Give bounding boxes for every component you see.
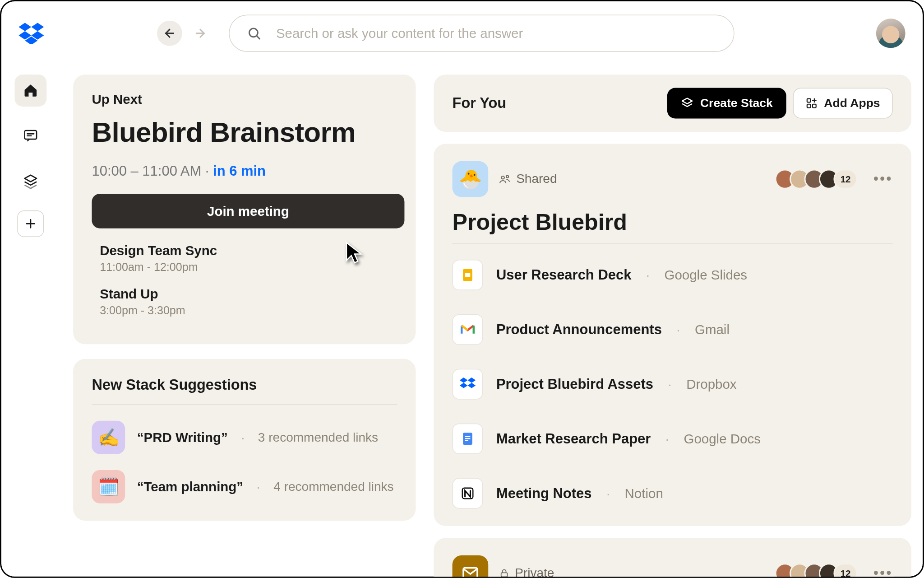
doc-row[interactable]: Product Announcements· Gmail <box>453 302 893 357</box>
up-next-card: Up Next Bluebird Brainstorm 10:00 – 11:0… <box>73 75 416 344</box>
suggestion-item[interactable]: 🗓️ “Team planning” · 4 recommended links <box>92 462 397 511</box>
collab-overflow-count: 12 <box>834 169 857 189</box>
more-menu-button[interactable]: ••• <box>873 170 893 187</box>
project-card: 🐣 Shared 12 ••• Project Bluebird <box>434 144 911 526</box>
join-meeting-button[interactable]: Join meeting <box>92 194 404 228</box>
svg-rect-11 <box>465 438 471 439</box>
people-icon <box>499 173 511 185</box>
svg-point-6 <box>506 176 508 178</box>
nav-add-button[interactable] <box>17 210 44 237</box>
collab-avatars[interactable]: 12 <box>775 169 857 189</box>
doc-row[interactable]: Market Research Paper· Google Docs <box>453 411 893 466</box>
add-apps-button[interactable]: Add Apps <box>793 88 893 119</box>
up-next-eta: in 6 min <box>213 163 266 178</box>
nav-stacks[interactable] <box>14 165 46 197</box>
doc-row[interactable]: Meeting Notes· Notion <box>453 466 893 511</box>
doc-row[interactable]: Project Bluebird Assets· Dropbox <box>453 357 893 411</box>
more-menu-button[interactable]: ••• <box>873 564 893 578</box>
svg-rect-1 <box>25 131 37 139</box>
collab-avatars[interactable]: 12 <box>775 563 857 578</box>
svg-rect-10 <box>465 436 471 437</box>
suggestion-item[interactable]: ✍️ “PRD Writing” · 3 recommended links <box>92 413 397 462</box>
up-next-time: 10:00 – 11:00 AM · in 6 min <box>92 163 397 179</box>
apps-grid-icon <box>805 97 818 109</box>
stack-icon <box>680 97 693 110</box>
profile-avatar[interactable] <box>876 19 906 48</box>
top-bar <box>1 1 923 65</box>
calendar-icon: 🗓️ <box>92 470 125 503</box>
gmail-icon <box>453 314 483 345</box>
collab-overflow-count: 12 <box>834 563 857 578</box>
private-label: Private <box>499 566 554 578</box>
lock-icon <box>499 568 510 578</box>
svg-rect-8 <box>465 273 471 277</box>
shared-label: Shared <box>499 172 557 186</box>
nav-messages[interactable] <box>14 120 46 152</box>
suggestions-card: New Stack Suggestions ✍️ “PRD Writing” ·… <box>73 359 416 521</box>
svg-point-5 <box>501 176 504 179</box>
svg-point-0 <box>249 28 258 37</box>
create-stack-button[interactable]: Create Stack <box>667 88 786 119</box>
search-icon <box>247 26 261 41</box>
agenda-item[interactable]: Stand Up 3:00pm - 3:30pm <box>100 286 397 317</box>
writing-hand-icon: ✍️ <box>92 421 125 454</box>
up-next-kicker: Up Next <box>92 92 397 107</box>
doc-row[interactable]: User Research Deck· Google Slides <box>453 247 893 302</box>
nav-back-button[interactable] <box>157 21 182 46</box>
search-input[interactable] <box>276 26 716 41</box>
suggestions-title: New Stack Suggestions <box>92 376 397 405</box>
nav-home[interactable] <box>14 75 46 107</box>
agenda-item[interactable]: Design Team Sync 11:00am - 12:00pm <box>100 243 397 274</box>
nav-rail <box>13 75 48 237</box>
project-chick-icon: 🐣 <box>453 161 489 197</box>
svg-rect-14 <box>463 568 477 578</box>
project-title: Project Bluebird <box>453 209 893 235</box>
private-card: Private 12 ••• <box>434 538 911 578</box>
up-next-title: Bluebird Brainstorm <box>92 117 397 149</box>
notion-icon <box>453 478 483 509</box>
for-you-header: For You Create Stack Add Apps <box>434 75 911 132</box>
svg-rect-15 <box>501 573 508 577</box>
google-slides-icon <box>453 260 483 290</box>
search-field[interactable] <box>229 14 735 52</box>
nav-forward-button[interactable] <box>188 21 213 46</box>
svg-rect-3 <box>812 104 816 108</box>
dropbox-icon <box>453 369 483 400</box>
svg-rect-12 <box>465 440 468 441</box>
mail-app-icon <box>453 555 489 578</box>
svg-rect-4 <box>807 104 810 108</box>
for-you-title: For You <box>453 94 507 112</box>
google-docs-icon <box>453 424 483 454</box>
svg-rect-2 <box>807 99 810 103</box>
dropbox-logo-icon <box>18 23 44 44</box>
